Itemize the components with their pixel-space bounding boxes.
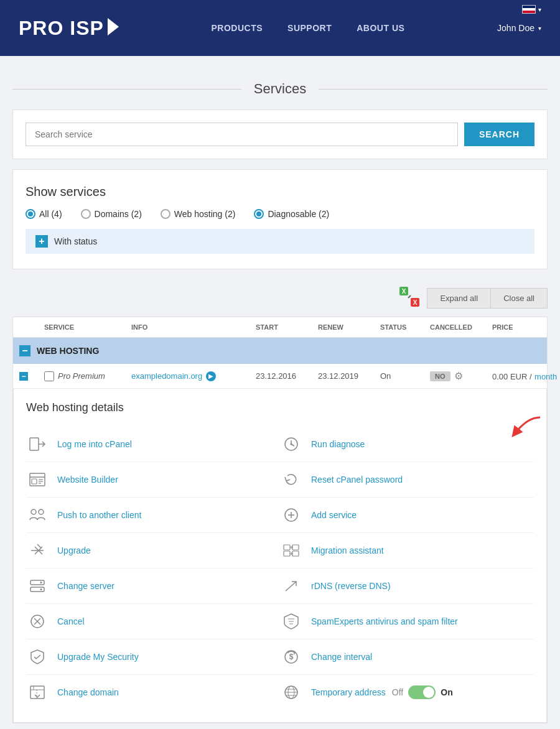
- price-cell: 0.00 EUR / month: [492, 371, 560, 382]
- close-all-button[interactable]: Close all: [490, 288, 548, 309]
- search-row: SEARCH: [26, 123, 534, 146]
- svg-line-42: [286, 582, 296, 591]
- temp-address-link[interactable]: Temporary address: [311, 687, 386, 697]
- run-diagnose-icon: [280, 433, 302, 455]
- user-name: John Doe: [497, 23, 534, 33]
- logo: PRO ISP: [19, 17, 119, 40]
- change-server-link[interactable]: Change server: [57, 581, 114, 591]
- migration-link[interactable]: Migration assistant: [311, 546, 384, 555]
- with-status-filter[interactable]: + With status: [26, 229, 534, 254]
- settings-icon[interactable]: ⚙: [454, 370, 463, 382]
- collapse-web-hosting-button[interactable]: −: [19, 345, 30, 356]
- chevron-down-icon: ▾: [538, 25, 541, 32]
- service-collapse-button[interactable]: −: [19, 372, 44, 381]
- header: ▾ PRO ISP PRODUCTS SUPPORT ABOUT US John…: [0, 0, 560, 56]
- add-service-icon: [280, 504, 302, 526]
- svg-rect-5: [30, 438, 39, 450]
- detail-change-interval: $ Change interval: [280, 639, 534, 675]
- nav-products[interactable]: PRODUCTS: [212, 23, 263, 33]
- expand-icon: X X: [398, 286, 421, 310]
- temp-address-toggle[interactable]: [408, 685, 436, 699]
- migration-icon: [280, 539, 302, 562]
- detail-change-server: Change server: [26, 569, 280, 604]
- change-domain-icon: [26, 681, 49, 703]
- reset-cpanel-link[interactable]: Reset cPanel password: [311, 475, 403, 485]
- expand-all-button[interactable]: Expand all: [427, 288, 490, 309]
- cancel-icon: [26, 610, 49, 633]
- page-title: Services: [254, 81, 306, 97]
- external-link-icon[interactable]: ▶: [206, 371, 216, 381]
- page-title-section: Services: [12, 81, 548, 97]
- rdns-link[interactable]: rDNS (reverse DNS): [311, 581, 391, 591]
- red-arrow-annotation: [490, 414, 546, 445]
- show-services-section: Show services All (4) Domains (2) Web ho…: [12, 169, 548, 269]
- radio-diagnosable-icon: [254, 209, 264, 219]
- web-hosting-details: Web hosting details Log me into cPanel: [13, 389, 547, 723]
- svg-point-31: [291, 443, 292, 445]
- flag-icon: [522, 5, 536, 14]
- service-checkbox[interactable]: [44, 371, 54, 381]
- radio-webhosting-icon: [161, 209, 170, 219]
- detail-login-cpanel: Log me into cPanel: [26, 427, 280, 462]
- svg-rect-39: [292, 551, 299, 556]
- detail-reset-cpanel: Reset cPanel password: [280, 462, 534, 498]
- upgrade-link[interactable]: Upgrade: [57, 546, 91, 555]
- change-interval-icon: $: [280, 646, 302, 668]
- main-nav: PRODUCTS SUPPORT ABOUT US: [212, 23, 405, 33]
- login-cpanel-link[interactable]: Log me into cPanel: [57, 439, 132, 449]
- logo-arrow-icon: [108, 18, 119, 35]
- search-button[interactable]: SEARCH: [464, 123, 534, 146]
- change-server-icon: [26, 575, 49, 597]
- user-menu[interactable]: John Doe ▾: [497, 23, 541, 33]
- filter-all[interactable]: All (4): [26, 209, 62, 219]
- rdns-icon: [280, 575, 302, 597]
- svg-point-20: [40, 588, 42, 590]
- push-client-link[interactable]: Push to another client: [57, 510, 141, 520]
- language-selector[interactable]: ▾: [522, 5, 541, 14]
- details-left-column: Log me into cPanel: [26, 427, 280, 710]
- spam-filter-link[interactable]: SpamExperts antivirus and spam filter: [311, 616, 458, 626]
- change-interval-link[interactable]: Change interval: [311, 652, 372, 662]
- toggle-row: Off On: [392, 685, 453, 699]
- filter-row: All (4) Domains (2) Web hosting (2) Diag…: [26, 209, 534, 219]
- radio-all-icon: [26, 209, 35, 219]
- filter-diagnosable[interactable]: Diagnosable (2): [254, 209, 329, 219]
- svg-point-18: [40, 582, 42, 583]
- detail-migration: Migration assistant: [280, 533, 534, 569]
- svg-rect-19: [30, 587, 44, 592]
- svg-rect-36: [284, 545, 290, 550]
- detail-cancel: Cancel: [26, 604, 280, 639]
- detail-upgrade: Upgrade: [26, 533, 280, 569]
- svg-text:X: X: [402, 288, 406, 295]
- detail-change-domain: Change domain: [26, 675, 280, 710]
- filter-domains[interactable]: Domains (2): [81, 209, 142, 219]
- detail-upgrade-security: Upgrade My Security: [26, 639, 280, 675]
- table-header: SERVICE INFO START RENEW STATUS CANCELLE…: [13, 317, 547, 338]
- change-domain-link[interactable]: Change domain: [57, 687, 119, 697]
- radio-domains-icon: [81, 209, 91, 219]
- cancel-link[interactable]: Cancel: [57, 616, 85, 626]
- login-icon: [26, 433, 49, 455]
- detail-run-diagnose: Run diagnose: [280, 427, 534, 462]
- svg-text:$: $: [289, 652, 294, 661]
- svg-rect-9: [32, 479, 37, 484]
- detail-spam: SpamExperts antivirus and spam filter: [280, 604, 534, 639]
- services-table: SERVICE INFO START RENEW STATUS CANCELLE…: [12, 317, 548, 723]
- temp-address-icon: [280, 681, 302, 703]
- search-input[interactable]: [26, 123, 458, 146]
- nav-about-us[interactable]: ABOUT US: [357, 23, 404, 33]
- run-diagnose-link[interactable]: Run diagnose: [311, 439, 365, 449]
- filter-web-hosting[interactable]: Web hosting (2): [161, 209, 236, 219]
- spam-filter-icon: [280, 610, 302, 633]
- upgrade-security-icon: [26, 646, 49, 668]
- reset-cpanel-icon: [280, 468, 302, 491]
- svg-text:X: X: [413, 299, 418, 306]
- detail-rdns: rDNS (reverse DNS): [280, 569, 534, 604]
- website-builder-link[interactable]: Website Builder: [57, 475, 118, 485]
- upgrade-security-link[interactable]: Upgrade My Security: [57, 652, 139, 662]
- nav-support[interactable]: SUPPORT: [287, 23, 332, 33]
- svg-rect-17: [30, 580, 44, 585]
- svg-rect-37: [284, 551, 290, 556]
- svg-point-13: [31, 509, 36, 514]
- add-service-link[interactable]: Add service: [311, 510, 357, 520]
